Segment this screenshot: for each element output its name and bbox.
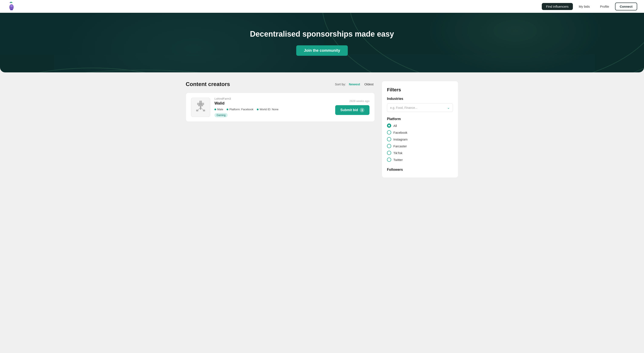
platform-option-tiktok[interactable]: TikTok	[387, 151, 453, 155]
svg-rect-17	[198, 105, 203, 106]
platform-label-farcaster: Farcaster	[393, 144, 407, 148]
creators-section: Content creators Sort by: Newest Oldest	[186, 81, 375, 122]
creator-meta: Male Platform: Facebook World ID: None	[214, 108, 331, 111]
creator-info: LvlAndFarm3 Walid Male Platform: Faceboo…	[214, 97, 331, 117]
bid-icon: ℹ	[360, 108, 364, 112]
main-content: Content creators Sort by: Newest Oldest	[173, 72, 471, 186]
hero-section: Decentralised sponsorships made easy Joi…	[0, 13, 644, 72]
svg-rect-13	[200, 101, 202, 103]
radio-circle-instagram	[387, 137, 391, 141]
platform-options: AllFacebookInstagramFarcasterTikTokTwitt…	[387, 124, 453, 162]
creator-gender: Male	[214, 108, 223, 111]
platform-dot	[226, 108, 228, 110]
industries-title: Industries	[387, 97, 453, 101]
chevron-down-icon: ⌄	[447, 106, 450, 110]
platform-label-instagram: Instagram	[393, 138, 408, 141]
navbar: Find influencers My bids Profile Connect	[0, 0, 644, 13]
navbar-links: Find influencers My bids Profile Connect	[542, 2, 637, 10]
creator-world-id: World ID: None	[257, 108, 278, 111]
platform-title: Platform	[387, 117, 453, 121]
platform-label-all: All	[393, 124, 397, 128]
svg-rect-22	[203, 110, 205, 111]
platform-option-instagram[interactable]: Instagram	[387, 137, 453, 141]
filters-sidebar: Filters Industries e.g. Food, Finance...…	[382, 81, 458, 178]
radio-circle-all	[387, 124, 391, 128]
section-title: Content creators	[186, 81, 230, 88]
creator-platform: Platform: Facebook	[226, 108, 254, 111]
industries-dropdown[interactable]: e.g. Food, Finance... ⌄	[387, 103, 453, 112]
profile-button[interactable]: Profile	[596, 3, 613, 10]
sort-newest-button[interactable]: Newest	[348, 82, 362, 86]
creator-name: Walid	[214, 101, 331, 106]
svg-rect-2	[11, 2, 12, 3]
platform-label-facebook: Facebook	[393, 131, 408, 134]
industries-placeholder: e.g. Food, Finance...	[390, 106, 418, 110]
submit-bid-label: Submit bid	[340, 108, 358, 112]
find-influencers-button[interactable]: Find influencers	[542, 3, 573, 10]
creator-card: LvlAndFarm3 Walid Male Platform: Faceboo…	[186, 92, 375, 122]
radio-circle-tiktok	[387, 151, 391, 155]
svg-rect-16	[202, 103, 204, 105]
worldid-dot	[257, 108, 258, 110]
svg-rect-21	[196, 110, 198, 111]
svg-rect-15	[200, 103, 202, 105]
platform-option-twitter[interactable]: Twitter	[387, 158, 453, 162]
platform-option-facebook[interactable]: Facebook	[387, 130, 453, 134]
followers-title: Followers	[387, 168, 453, 172]
radio-circle-twitter	[387, 158, 391, 162]
filters-title: Filters	[387, 87, 453, 92]
svg-rect-5	[10, 9, 13, 10]
sort-label: Sort by:	[335, 82, 346, 86]
sort-controls: Sort by: Newest Oldest	[335, 82, 375, 86]
logo[interactable]	[7, 2, 16, 11]
platform-option-farcaster[interactable]: Farcaster	[387, 144, 453, 148]
platform-option-all[interactable]: All	[387, 124, 453, 128]
svg-rect-18	[200, 106, 201, 110]
svg-line-19	[198, 108, 200, 110]
svg-rect-14	[198, 103, 200, 105]
radio-circle-facebook	[387, 130, 391, 134]
card-right: 2828 weeks ago Submit bid ℹ	[335, 100, 370, 115]
platform-label-twitter: Twitter	[393, 158, 403, 162]
svg-point-4	[10, 5, 13, 7]
submit-bid-button[interactable]: Submit bid ℹ	[335, 105, 370, 115]
my-bids-button[interactable]: My bids	[574, 3, 594, 10]
creator-avatar	[191, 98, 210, 117]
section-header: Content creators Sort by: Newest Oldest	[186, 81, 375, 88]
join-community-button[interactable]: Join the community	[296, 45, 348, 56]
creator-tag: Gaming	[214, 113, 228, 117]
creator-handle: LvlAndFarm3	[214, 97, 331, 100]
connect-button[interactable]: Connect	[615, 2, 637, 10]
hero-title: Decentralised sponsorships made easy	[250, 30, 394, 38]
svg-line-20	[201, 108, 203, 110]
sort-oldest-button[interactable]: Oldest	[363, 82, 375, 86]
hero-background	[0, 13, 644, 72]
radio-circle-farcaster	[387, 144, 391, 148]
platform-label-tiktok: TikTok	[393, 151, 402, 155]
time-ago: 2828 weeks ago	[349, 100, 370, 102]
gender-dot	[214, 108, 216, 110]
